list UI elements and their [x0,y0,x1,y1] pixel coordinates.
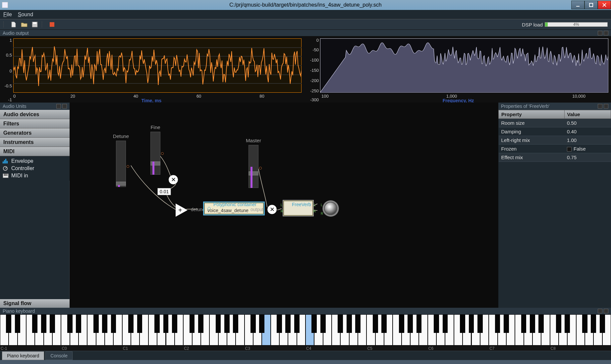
black-key[interactable] [250,314,256,333]
category-instruments[interactable]: Instruments [0,138,70,147]
tab-piano-keyboard[interactable]: Piano keyboard [2,351,44,360]
freeverb-node[interactable]: FreeVerb LR LR [283,201,313,216]
panel-float-icon[interactable] [598,309,602,313]
panel-close-icon[interactable] [62,104,67,109]
multiply-node[interactable]: ✕ [168,175,178,185]
black-key[interactable] [277,314,282,333]
black-key[interactable] [373,314,378,333]
slider-detune[interactable]: Detune [116,141,126,187]
black-key[interactable] [477,314,483,333]
piano-keyboard[interactable]: C-1C0C1C2C3C4C5C6C7C8 [0,314,611,351]
category-generators[interactable]: Generators [0,128,70,138]
panel-close-icon[interactable] [604,309,608,313]
black-key[interactable] [190,314,195,333]
multiply-node-2[interactable]: ✕ [267,205,277,214]
property-row[interactable]: FrozenFalse [499,145,611,153]
black-key[interactable] [198,314,203,333]
black-key[interactable] [600,314,605,333]
audio-output-node[interactable] [324,202,337,215]
output-port[interactable] [161,152,164,155]
black-key[interactable] [50,314,55,333]
black-key[interactable] [582,314,587,333]
panel-close-icon[interactable] [604,31,608,35]
black-key[interactable] [311,314,317,333]
black-key[interactable] [434,314,439,333]
black-key[interactable] [32,314,37,333]
black-key[interactable] [294,314,300,333]
black-key[interactable] [137,314,142,333]
black-key[interactable] [172,314,177,333]
black-key[interactable] [408,314,413,333]
black-key[interactable] [41,314,46,333]
black-key[interactable] [504,314,509,333]
menu-file[interactable]: File [3,12,12,18]
black-key[interactable] [67,314,73,333]
black-key[interactable] [538,314,544,333]
stop-icon[interactable] [48,21,56,28]
category-audio-devices[interactable]: Audio devices [0,110,70,119]
black-key[interactable] [443,314,448,333]
col-value[interactable]: Value [564,110,611,119]
save-icon[interactable] [31,21,38,28]
panel-float-icon[interactable] [598,31,602,35]
maximize-button[interactable] [584,1,598,9]
black-key[interactable] [338,314,343,333]
black-key[interactable] [347,314,352,333]
category-midi[interactable]: MIDI [0,147,70,156]
waveform-plot[interactable]: 10.5 0-0.5 -1 020 4060 80 Time, ms [1,38,302,103]
black-key[interactable] [233,314,238,333]
open-folder-icon[interactable] [21,21,28,28]
black-key[interactable] [93,314,99,333]
black-key[interactable] [76,314,81,333]
black-key[interactable] [381,314,387,333]
unit-midi-in[interactable]: MIDI in [3,172,67,179]
black-key[interactable] [15,314,20,333]
output-port[interactable] [259,167,262,169]
black-key[interactable] [591,314,596,333]
black-key[interactable] [6,314,11,333]
col-property[interactable]: Property [499,110,565,119]
unit-controller[interactable]: Controller [3,165,67,172]
constant-node[interactable]: 0.01 [157,188,171,195]
slider-master[interactable]: Master [249,145,258,188]
black-key[interactable] [355,314,361,333]
property-row[interactable]: Effect mix0.75 [499,153,611,162]
category-filters[interactable]: Filters [0,119,70,128]
black-key[interactable] [163,314,169,333]
black-key[interactable] [224,314,230,333]
property-row[interactable]: Left-right mix1.00 [499,136,611,145]
black-key[interactable] [460,314,465,333]
black-key[interactable] [320,314,326,333]
spectrum-plot[interactable]: 0-50 -100-150 -200-250 -300 1001,00010,0… [308,38,608,103]
new-file-icon[interactable] [10,21,17,28]
menu-sound[interactable]: Sound [18,12,33,18]
black-key[interactable] [469,314,474,333]
property-row[interactable]: Room size0.50 [499,119,611,127]
property-row[interactable]: Damping0.40 [499,127,611,136]
black-key[interactable] [417,314,422,333]
panel-close-icon[interactable] [604,104,608,109]
black-key[interactable] [556,314,561,333]
unit-envelope[interactable]: Envelope [3,158,67,165]
tab-console[interactable]: Console [45,351,72,360]
slider-fine[interactable]: Fine [150,132,160,175]
panel-float-icon[interactable] [56,104,61,109]
black-key[interactable] [495,314,500,333]
patch-canvas[interactable]: Detune Fine Master ✕ 0.01 + detune Polyp… [70,103,498,308]
panel-float-icon[interactable] [598,104,602,109]
category-signal-flow[interactable]: Signal flow [0,299,70,308]
black-key[interactable] [102,314,107,333]
black-key[interactable] [565,314,570,333]
black-key[interactable] [259,314,264,333]
black-key[interactable] [111,314,116,333]
black-key[interactable] [154,314,160,333]
black-key[interactable] [216,314,221,333]
close-button[interactable] [598,1,611,9]
add-node[interactable]: + [176,204,188,217]
output-port[interactable] [127,165,129,168]
black-key[interactable] [285,314,291,333]
black-key[interactable] [530,314,535,333]
minimize-button[interactable] [571,1,584,9]
black-key[interactable] [128,314,134,333]
black-key[interactable] [521,314,527,333]
